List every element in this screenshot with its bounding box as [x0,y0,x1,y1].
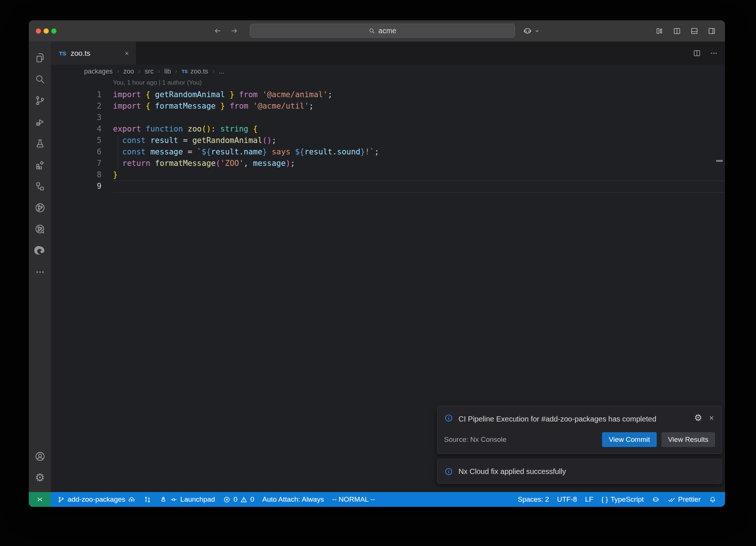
code-line: 4export function zoo(): string { [51,123,725,135]
git-blame-annotation: You, 1 hour ago | 1 author (You) [51,78,725,89]
status-label: -- NORMAL -- [332,492,375,507]
status-item-encoding[interactable]: UTF-8 [553,492,581,507]
status-item-compare-changes[interactable] [140,492,155,507]
tab-label: zoo.ts [71,49,119,58]
code-line: 2import { formatMessage } from '@acme/ut… [51,100,725,112]
status-item-vim-mode[interactable]: -- NORMAL -- [328,492,379,507]
status-item-branch[interactable]: add-zoo-packages [53,492,140,507]
activity-item-search[interactable] [29,68,51,90]
overview-ruler-mark [716,160,723,162]
customize-layout-icon[interactable] [655,27,664,35]
toggle-secondary-sidebar-icon[interactable] [707,27,716,35]
status-label: LF [585,492,593,507]
status-item-copilot-status[interactable] [648,492,664,507]
close-tab-icon[interactable] [124,50,130,57]
code-line: 8} [51,169,725,181]
testing-icon [34,138,46,149]
go-back-icon[interactable] [213,27,222,35]
activity-item-extensions[interactable] [29,154,51,175]
activity-item-edge[interactable] [29,240,51,261]
activity-item-testing[interactable] [29,133,51,154]
compare-icon [144,496,151,504]
vscode-window: acme ⚙ TS [29,20,725,507]
activity-item-settings[interactable]: ⚙ [29,467,51,488]
activity-item-run-debug[interactable] [29,111,51,133]
line-number: 9 [51,181,102,192]
status-label: Spaces: 2 [518,492,549,507]
breadcrumb-label: zoo [123,68,134,75]
window-controls [36,28,56,34]
status-item-auto-attach[interactable]: Auto Attach: Always [258,492,328,507]
search-icon [368,27,375,34]
status-label: 0 [250,492,254,507]
status-label: 0 [233,492,237,507]
editor-group: TS zoo.ts packageszoosrclibTSzoo.ts... Y… [51,42,725,492]
breadcrumb-label: src [145,68,154,75]
toggle-panel-icon[interactable] [690,27,699,35]
info-icon [444,467,453,476]
view-commit-button[interactable]: View Commit [602,432,657,447]
copilot-menu[interactable] [523,20,540,41]
breadcrumb-item-zoo[interactable]: zoo [123,68,134,75]
copilot-icon [652,496,660,504]
status-item-language[interactable]: { }TypeScript [597,492,648,507]
zoom-window-button[interactable] [51,28,56,34]
breadcrumb-item-src[interactable]: src [145,68,154,75]
typescript-file-icon: TS [59,50,66,57]
remote-indicator[interactable] [29,492,51,507]
breadcrumb-label: ... [219,68,224,75]
cloud-upload-icon [128,496,135,504]
code-line: 3 [51,112,725,123]
toggle-sidebar-icon[interactable] [673,27,681,35]
minimize-window-button[interactable] [44,28,49,34]
breadcrumb-item-packages[interactable]: packages [84,68,113,75]
tab-zoo-ts[interactable]: TS zoo.ts [51,42,136,65]
activity-item-explorer[interactable] [29,47,51,68]
status-item-launchpad[interactable]: Launchpad [155,492,219,507]
activity-item-hierarchy[interactable] [29,175,51,197]
line-number: 8 [51,169,102,181]
notification-toast-ci: CI Pipeline Execution for #add-zoo-packa… [437,406,722,454]
status-item-notifications-bell[interactable] [705,492,721,507]
split-editor-icon[interactable] [693,49,701,58]
breadcrumb-item--[interactable]: ... [219,68,224,75]
activity-item-more[interactable] [29,261,51,283]
activity-item-gitlens-inspect[interactable] [29,218,51,240]
status-label: add-zoo-packages [68,492,125,507]
tab-bar: TS zoo.ts [51,42,725,65]
line-number: 2 [51,100,102,112]
go-forward-icon[interactable] [230,27,238,35]
status-item-problems[interactable]: 00 [219,492,258,507]
extensions-icon [34,159,46,171]
activity-item-source-control[interactable] [29,90,51,111]
info-icon [444,413,453,423]
close-window-button[interactable] [36,28,41,34]
code-line: 7 return formatMessage('ZOO', message); [51,158,725,169]
rocket-icon [159,496,167,504]
status-item-prettier[interactable]: Prettier [664,492,705,507]
line-number: 1 [51,89,102,100]
activity-item-gitlens[interactable] [29,197,51,218]
notification-toast-nx-cloud: Nx Cloud fix applied successfully [437,459,722,484]
chevron-down-icon [534,28,540,34]
status-item-indentation[interactable]: Spaces: 2 [513,492,553,507]
command-center-search[interactable]: acme [250,24,515,38]
breadcrumb-item-zoo-ts[interactable]: TSzoo.ts [182,68,208,75]
line-number: 5 [51,135,102,146]
code-line: 5 const result = getRandomAnimal(); [51,135,725,146]
copilot-icon [523,26,532,36]
screenshot-stage: acme ⚙ TS [0,0,756,546]
breadcrumb-label: packages [84,68,113,75]
close-notification-icon[interactable] [708,414,715,422]
search-value: acme [378,27,396,35]
notification-settings-icon[interactable]: ⚙ [694,413,702,422]
breadcrumb-item-lib[interactable]: lib [164,68,171,75]
status-item-eol[interactable]: LF [581,492,597,507]
view-results-button[interactable]: View Results [662,432,715,447]
line-number: 4 [51,123,102,135]
breadcrumb: packageszoosrclibTSzoo.ts... [51,65,725,78]
status-label: UTF-8 [557,492,577,507]
more-actions-icon[interactable] [709,49,718,58]
activity-item-account[interactable] [29,446,51,467]
run-debug-icon [34,116,46,128]
